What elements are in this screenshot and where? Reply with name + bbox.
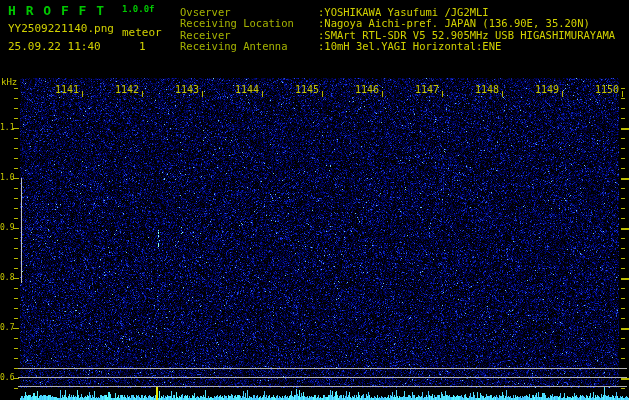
y-tick-label: 1.1 — [0, 123, 14, 132]
app-version: 1.0.0f — [122, 4, 155, 14]
y-tick-label: 0.9 — [0, 223, 14, 232]
x-tick-label: 1147 — [412, 84, 442, 95]
y-tick-label: 0.7 — [0, 323, 14, 332]
output-filename: YY2509221140.png — [8, 22, 114, 35]
x-tick-label: 1149 — [532, 84, 562, 95]
x-tick-label: 1145 — [292, 84, 322, 95]
x-tick-label: 1146 — [352, 84, 382, 95]
info-row-value: :Nagoya Aichi-pref. JAPAN (136.90E, 35.2… — [318, 17, 590, 29]
meteor-count: 1 — [139, 40, 146, 53]
hrofft-window: H R O F F T 1.0.0f YY2509221140.png mete… — [0, 0, 629, 400]
y-tick-label: 1.0 — [0, 173, 14, 182]
x-tick-label: 1141 — [52, 84, 82, 95]
app-title: H R O F F T — [8, 3, 105, 18]
info-row: Receiving Location:Nagoya Aichi-pref. JA… — [180, 17, 590, 29]
y-tick-label: 0.8 — [0, 273, 14, 282]
datetime-label: 25.09.22 11:40 — [8, 40, 101, 53]
mode-label: meteor — [122, 26, 162, 39]
x-tick-label: 1143 — [172, 84, 202, 95]
y-axis-unit-label: kHz — [1, 77, 17, 87]
x-tick-label: 1148 — [472, 84, 502, 95]
x-tick-label: 1144 — [232, 84, 262, 95]
x-tick-label: 1150 — [592, 84, 622, 95]
y-tick-label: 0.6 — [0, 373, 14, 382]
info-row-value: :10mH 3el.YAGI Horizontal:ENE — [318, 40, 501, 52]
x-tick-label: 1142 — [112, 84, 142, 95]
info-row-label: Receiving Antenna — [180, 40, 318, 52]
spectrogram-canvas — [0, 0, 629, 400]
info-row: Receiving Antenna:10mH 3el.YAGI Horizont… — [180, 40, 501, 52]
info-row-label: Receiving Location — [180, 17, 318, 29]
